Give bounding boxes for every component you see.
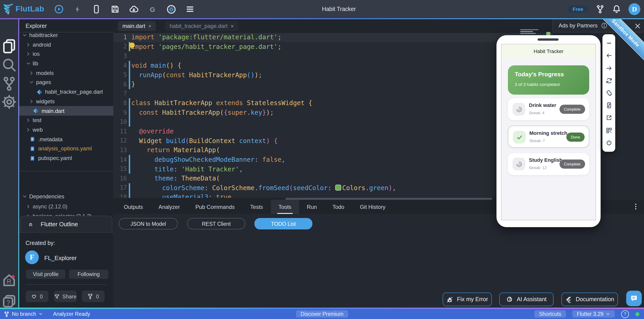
report-home-icon[interactable]: R <box>0 272 18 288</box>
tree-item-label: models <box>36 70 54 76</box>
shortcuts-button[interactable]: Shortcuts <box>534 310 566 318</box>
close-icon[interactable]: × <box>231 23 234 29</box>
app-title-bar: Habit Tracker <box>502 44 596 58</box>
close-icon[interactable]: × <box>148 23 152 29</box>
menu-icon[interactable] <box>186 5 194 14</box>
stat-label: 0 <box>96 294 99 299</box>
tool-todo-list[interactable]: TODO List <box>254 218 312 229</box>
editor-tab-main-dart[interactable]: main.dart× <box>118 21 156 31</box>
line-number: 2 <box>113 43 127 50</box>
tree-item-label: widgets <box>36 98 54 105</box>
build-settings-icon[interactable] <box>167 5 176 14</box>
creator-following-button[interactable]: Following <box>69 270 108 279</box>
scrollbar-thumb[interactable] <box>286 198 492 200</box>
discover-premium-button[interactable]: Discover Premium <box>296 310 348 318</box>
habit-action-button[interactable]: Complete <box>559 105 585 114</box>
chat-button[interactable] <box>626 291 642 306</box>
habit-card-morning-stretch[interactable]: Morning stretchStreak: 7Done <box>508 126 589 148</box>
line-number: 4 <box>113 62 127 69</box>
tree-item-ios[interactable]: ios <box>19 49 120 59</box>
code-area[interactable]: 1import 'package:flutter/material.dart';… <box>113 33 553 198</box>
settings-gear-icon[interactable] <box>0 94 18 110</box>
phone-screen[interactable]: Habit Tracker Today's Progress 3 of 3 ha… <box>501 44 596 220</box>
resize-device-icon[interactable] <box>606 102 612 109</box>
open-external-icon[interactable] <box>606 115 612 121</box>
kebab-menu-icon[interactable] <box>632 203 640 210</box>
hot-reload-icon[interactable] <box>606 77 612 84</box>
tree-item-web[interactable]: web <box>19 125 120 134</box>
qr-code-icon[interactable] <box>606 127 612 134</box>
habit-action-button[interactable]: Done <box>566 133 584 142</box>
rotate-device-icon[interactable] <box>606 90 612 96</box>
svg-text:R: R <box>7 278 12 285</box>
editor-tab-habit_tracker_page-dart[interactable]: habit_tracker_page.dart× <box>165 21 238 31</box>
habit-action-button[interactable]: Complete <box>559 160 585 169</box>
bottom-tab-todo[interactable]: Todo <box>325 200 352 214</box>
tree-item-android[interactable]: android <box>19 40 120 49</box>
dependency-item[interactable]: async (2.12.0) <box>19 202 120 211</box>
tree-item-lib[interactable]: lib <box>19 59 120 68</box>
ai-assistant-button[interactable]: AI Assistant <box>499 292 554 306</box>
chevron-right-icon <box>25 42 31 47</box>
line-number: 9 <box>113 109 127 116</box>
bottom-tab-tests[interactable]: Tests <box>242 200 271 214</box>
search-icon[interactable] <box>0 57 18 73</box>
tree-item-pubspec-yaml[interactable]: pubspec.yaml <box>19 153 124 163</box>
tree-item-models[interactable]: models <box>19 68 123 78</box>
google-g-icon[interactable]: G <box>148 5 157 14</box>
flutter-version-selector[interactable]: Flutter 3.29 <box>572 310 615 318</box>
user-avatar[interactable]: D <box>628 3 640 15</box>
quick-fix-lightbulb-icon[interactable] <box>129 43 135 48</box>
bottom-tab-analyzer[interactable]: Analyzer <box>151 200 188 214</box>
share-button[interactable]: Share <box>54 291 76 302</box>
dart-file-icon <box>33 108 39 114</box>
bottom-tab-pub-commands[interactable]: Pub Commands <box>188 200 242 214</box>
creator-username[interactable]: FL_Explorer <box>44 254 77 261</box>
fix-my-error-button[interactable]: Fix my Error <box>442 292 492 306</box>
creator-visit-profile-button[interactable]: Visit profile <box>26 270 65 279</box>
source-control-icon[interactable] <box>0 76 18 91</box>
bottom-tab-run[interactable]: Run <box>299 200 325 214</box>
bottom-tab-outputs[interactable]: Outputs <box>116 200 151 214</box>
chevron-down-icon <box>22 33 28 38</box>
git-branch-icon[interactable] <box>596 5 605 14</box>
tree-item--metadata[interactable]: .metadata <box>19 135 124 144</box>
files-icon[interactable] <box>0 38 18 54</box>
lightning-icon[interactable] <box>73 5 82 14</box>
forks-button[interactable]: 0 <box>82 291 104 302</box>
color-preview-swatch <box>336 185 342 191</box>
likes-button[interactable]: 0 <box>26 291 48 302</box>
creator-avatar[interactable]: F <box>25 250 39 264</box>
tree-item-habittracker[interactable]: habittracker <box>19 30 116 40</box>
cloud-download-icon[interactable] <box>129 5 138 14</box>
tree-item-analysis-options-yaml[interactable]: analysis_options.yaml <box>19 144 124 153</box>
flutlab-logo[interactable]: FlutLab <box>0 5 44 14</box>
documentation-button[interactable]: Documentation <box>561 292 618 306</box>
nav-back-icon[interactable] <box>606 52 612 59</box>
bottom-tab-git-history[interactable]: Git History <box>352 200 393 214</box>
help-icon[interactable]: ? <box>0 293 18 309</box>
nav-forward-icon[interactable] <box>606 65 612 72</box>
bottom-tab-tools[interactable]: Tools <box>271 200 299 214</box>
dependencies-header[interactable]: Dependencies <box>19 192 116 201</box>
help-icon[interactable]: ? <box>621 310 629 318</box>
device-phone-icon[interactable] <box>92 5 101 14</box>
habit-card-study-english[interactable]: Study EnglishStreak: 12Complete <box>508 153 589 175</box>
tool-json-to-model[interactable]: JSON to Model <box>119 218 178 229</box>
editor-horizontal-scrollbar[interactable] <box>113 198 553 200</box>
tree-item-widgets[interactable]: widgets <box>19 97 123 106</box>
power-icon[interactable] <box>606 139 612 146</box>
run-play-icon[interactable] <box>54 5 64 14</box>
tool-rest-client[interactable]: REST Client <box>187 218 245 229</box>
save-icon[interactable] <box>110 5 120 14</box>
tree-item-pages[interactable]: pages <box>19 78 123 87</box>
free-plan-badge[interactable]: Free <box>568 6 588 13</box>
chevron-right-icon <box>29 70 34 76</box>
habit-card-drink-water[interactable]: Drink waterStreak: 4Complete <box>508 98 589 120</box>
branch-selector[interactable]: No branch <box>4 311 43 317</box>
minimize-icon[interactable] <box>606 40 612 47</box>
tree-item-main-dart[interactable]: main.dart <box>19 106 127 115</box>
notifications-bell-icon[interactable] <box>612 5 621 14</box>
tree-item-test[interactable]: test <box>19 116 120 125</box>
flutter-outline-toggle[interactable]: Flutter Outline <box>20 216 112 232</box>
